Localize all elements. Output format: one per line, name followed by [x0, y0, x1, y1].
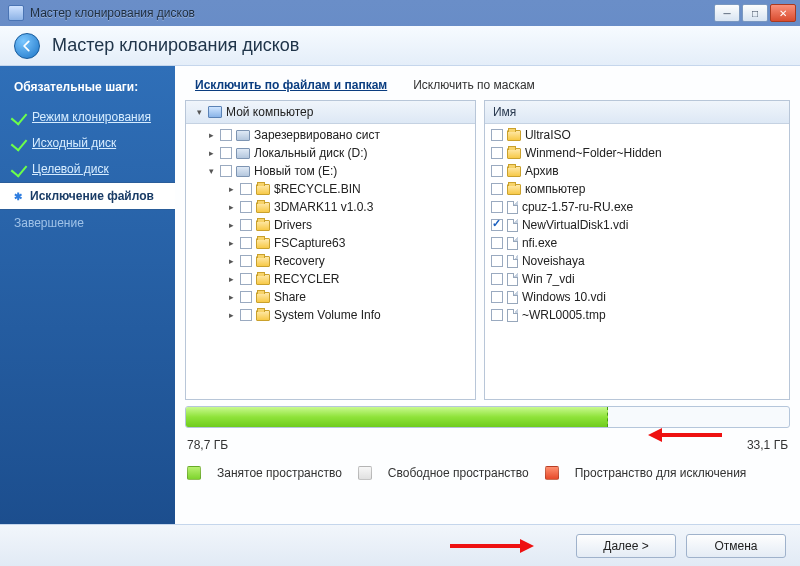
- item-label: компьютер: [525, 182, 586, 196]
- expander-icon[interactable]: ▾: [206, 166, 216, 176]
- expander-icon[interactable]: ▸: [226, 202, 236, 212]
- expander-icon[interactable]: ▸: [226, 292, 236, 302]
- window-title: Мастер клонирования дисков: [30, 6, 714, 20]
- wizard-header: Мастер клонирования дисков: [0, 26, 800, 66]
- maximize-button[interactable]: □: [742, 4, 768, 22]
- wizard-footer: Далее > Отмена: [0, 524, 800, 566]
- list-item[interactable]: ~WRL0005.tmp: [489, 306, 785, 324]
- tree-item[interactable]: ▸3DMARK11 v1.0.3: [190, 198, 471, 216]
- expander-icon[interactable]: ▸: [226, 256, 236, 266]
- used-size-label: 78,7 ГБ: [187, 438, 228, 452]
- folder-icon: [256, 256, 270, 267]
- file-icon: [507, 309, 518, 322]
- list-item[interactable]: cpuz-1.57-ru-RU.exe: [489, 198, 785, 216]
- list-header[interactable]: Имя: [485, 101, 789, 124]
- expander-icon[interactable]: ▸: [226, 310, 236, 320]
- file-icon: [507, 219, 518, 232]
- capacity-used-fill: [186, 407, 608, 427]
- checkbox[interactable]: [491, 183, 503, 195]
- checkbox[interactable]: [240, 201, 252, 213]
- tree-item[interactable]: ▸ Локальный диск (D:): [190, 144, 471, 162]
- tab-by-files[interactable]: Исключить по файлам и папкам: [191, 76, 391, 94]
- tree-item[interactable]: ▸Share: [190, 288, 471, 306]
- file-list-pane: Имя UltraISO Winmend~Folder~Hidden Архив…: [484, 100, 790, 400]
- checkbox[interactable]: [240, 255, 252, 267]
- item-label: System Volume Info: [274, 308, 381, 322]
- computer-icon: [208, 106, 222, 118]
- list-item[interactable]: компьютер: [489, 180, 785, 198]
- step-label: Исключение файлов: [30, 189, 154, 203]
- expander-icon[interactable]: ▸: [226, 274, 236, 284]
- item-label: $RECYCLE.BIN: [274, 182, 361, 196]
- checkbox[interactable]: [491, 165, 503, 177]
- next-button[interactable]: Далее >: [576, 534, 676, 558]
- item-label: Winmend~Folder~Hidden: [525, 146, 662, 160]
- step-label: Исходный диск: [32, 136, 116, 150]
- expander-icon[interactable]: ▸: [226, 220, 236, 230]
- folder-icon: [507, 130, 521, 141]
- expander-icon[interactable]: ▸: [206, 148, 216, 158]
- folder-tree-pane: ▾ Мой компьютер ▸ Зарезервировано сист: [185, 100, 476, 400]
- checkbox[interactable]: [240, 237, 252, 249]
- list-item[interactable]: Win 7_vdi: [489, 270, 785, 288]
- list-item[interactable]: nfi.exe: [489, 234, 785, 252]
- checkbox[interactable]: [220, 147, 232, 159]
- step-target-disk[interactable]: Целевой диск: [0, 156, 175, 182]
- checkbox[interactable]: [240, 291, 252, 303]
- checkbox[interactable]: [240, 183, 252, 195]
- item-label: Share: [274, 290, 306, 304]
- checkbox[interactable]: [220, 129, 232, 141]
- tree-item[interactable]: ▸Recovery: [190, 252, 471, 270]
- free-size-label: 33,1 ГБ: [747, 438, 788, 452]
- expander-icon[interactable]: ▸: [226, 238, 236, 248]
- checkbox[interactable]: [491, 201, 503, 213]
- checkbox[interactable]: [491, 291, 503, 303]
- tree-item[interactable]: ▸Drivers: [190, 216, 471, 234]
- sidebar-title: Обязательные шаги:: [0, 76, 175, 104]
- folder-icon: [256, 238, 270, 249]
- tree-item[interactable]: ▸System Volume Info: [190, 306, 471, 324]
- list-item[interactable]: Windows 10.vdi: [489, 288, 785, 306]
- tree-item[interactable]: ▾ Новый том (E:): [190, 162, 471, 180]
- checkbox[interactable]: [491, 273, 503, 285]
- tree-body[interactable]: ▸ Зарезервировано сист ▸ Локальный диск …: [186, 124, 475, 399]
- checkbox[interactable]: [491, 129, 503, 141]
- item-label: cpuz-1.57-ru-RU.exe: [522, 200, 633, 214]
- back-button[interactable]: [14, 33, 40, 59]
- list-item[interactable]: Архив: [489, 162, 785, 180]
- checkbox[interactable]: [240, 309, 252, 321]
- tab-by-masks[interactable]: Исключить по маскам: [409, 76, 539, 94]
- expander-icon[interactable]: ▸: [226, 184, 236, 194]
- tree-item[interactable]: ▸ Зарезервировано сист: [190, 126, 471, 144]
- list-item[interactable]: Winmend~Folder~Hidden: [489, 144, 785, 162]
- checkbox[interactable]: [491, 255, 503, 267]
- step-exclude-files[interactable]: Исключение файлов: [0, 182, 175, 210]
- checkbox[interactable]: [491, 309, 503, 321]
- title-bar: Мастер клонирования дисков ─ □ ✕: [0, 0, 800, 26]
- step-clone-mode[interactable]: Режим клонирования: [0, 104, 175, 130]
- minimize-button[interactable]: ─: [714, 4, 740, 22]
- list-body[interactable]: UltraISO Winmend~Folder~Hidden Архив ком…: [485, 124, 789, 399]
- expander-icon[interactable]: ▾: [194, 107, 204, 117]
- checkbox[interactable]: [491, 237, 503, 249]
- checkbox[interactable]: [491, 147, 503, 159]
- list-item[interactable]: NewVirtualDisk1.vdi: [489, 216, 785, 234]
- list-item[interactable]: UltraISO: [489, 126, 785, 144]
- checkbox[interactable]: [491, 219, 503, 231]
- folder-icon: [507, 166, 521, 177]
- tree-item[interactable]: ▸$RECYCLE.BIN: [190, 180, 471, 198]
- list-item[interactable]: Noveishaya: [489, 252, 785, 270]
- tree-item[interactable]: ▸FSCapture63: [190, 234, 471, 252]
- legend-excluded-label: Пространство для исключения: [575, 466, 747, 480]
- expander-icon[interactable]: ▸: [206, 130, 216, 140]
- step-source-disk[interactable]: Исходный диск: [0, 130, 175, 156]
- cancel-button[interactable]: Отмена: [686, 534, 786, 558]
- checkbox[interactable]: [220, 165, 232, 177]
- drive-icon: [236, 130, 250, 141]
- drive-icon: [236, 148, 250, 159]
- tree-item[interactable]: ▸RECYCLER: [190, 270, 471, 288]
- page-title: Мастер клонирования дисков: [52, 35, 299, 56]
- checkbox[interactable]: [240, 219, 252, 231]
- close-button[interactable]: ✕: [770, 4, 796, 22]
- checkbox[interactable]: [240, 273, 252, 285]
